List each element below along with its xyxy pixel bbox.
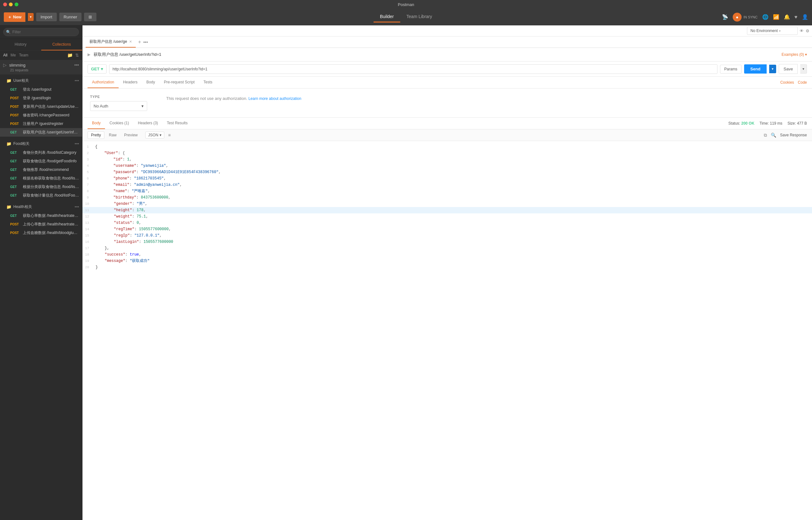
env-eye-icon[interactable]: 👁 xyxy=(800,29,804,33)
sort-icon[interactable]: ⇅ xyxy=(75,53,79,58)
folder-icon: 📁 xyxy=(6,141,11,146)
team-library-tab[interactable]: Team Library xyxy=(400,11,438,23)
collection-name[interactable]: slimming xyxy=(9,63,25,68)
req-food-measure[interactable]: GET 获取食物计量信息 /food/listFoodMeasurementBy… xyxy=(0,191,82,200)
heart-icon[interactable]: ♥ xyxy=(794,14,798,20)
req-login[interactable]: POST 登录 /guest/login xyxy=(0,94,82,102)
method-select[interactable]: GET ▾ xyxy=(87,64,107,74)
json-line-6: 6 "phone": "18621703545", xyxy=(82,175,812,182)
subtab-me[interactable]: Me xyxy=(10,53,16,57)
req-register[interactable]: POST 注册用户 /guest/register xyxy=(0,120,82,128)
sidebar-subtabs: All Me Team 📁 ⇅ xyxy=(0,51,82,60)
close-tab-icon[interactable]: ✕ xyxy=(129,40,132,44)
antenna-icon[interactable]: 📡 xyxy=(722,14,728,20)
collection-link-button[interactable]: ⊞ xyxy=(84,13,96,21)
json-line-8: 8 "name": "严唯嘉", xyxy=(82,188,812,194)
save-response-button[interactable]: Save Response xyxy=(780,133,807,137)
sidebar: 🔍 History Collections All Me Team 📁 ⇅ ▷ … xyxy=(0,25,82,520)
req-get-user-info[interactable]: GET 获取用户信息 /user/getUserInfo?id=1 xyxy=(0,128,82,137)
code-link[interactable]: Code xyxy=(798,80,807,85)
subtab-all[interactable]: All xyxy=(3,53,7,57)
tab-body[interactable]: Body xyxy=(142,77,159,88)
copy-icon[interactable]: ⧉ xyxy=(764,133,767,138)
tab-pre-request-script[interactable]: Pre-request Script xyxy=(159,77,199,88)
params-button[interactable]: Params xyxy=(720,65,741,74)
minimize-button[interactable] xyxy=(9,3,13,6)
import-button[interactable]: Import xyxy=(36,13,57,21)
req-logout[interactable]: GET 登出 /user/logout xyxy=(0,85,82,94)
json-line-15: 15 "regIp": "127.0.0.1", xyxy=(82,232,812,239)
req-change-pw[interactable]: POST 修改密码 /changePassword xyxy=(0,111,82,120)
req-heartrate-dl[interactable]: GET 获取心率数据 /health/heartrate/download xyxy=(0,211,82,220)
group-health-label: Health相关 xyxy=(13,204,32,210)
runner-button[interactable]: Runner xyxy=(59,13,82,21)
new-dropdown-button[interactable]: ▾ xyxy=(28,13,34,21)
nav-icons: 📡 ● IN SYNC 🌐 📶 🔔 ♥ 👤 xyxy=(722,13,808,22)
auth-type-select[interactable]: No Auth ▾ xyxy=(90,101,147,111)
request-title: 获取用户信息 /user/getUserInfo?id=1 xyxy=(94,52,778,57)
more-tabs-icon[interactable]: ••• xyxy=(143,40,148,45)
view-tab-preview[interactable]: Preview xyxy=(121,132,141,138)
subtab-team[interactable]: Team xyxy=(19,53,28,57)
resp-tab-test-results[interactable]: Test Results xyxy=(162,118,192,129)
send-button[interactable]: Send xyxy=(744,64,767,74)
group-more-icon[interactable]: ••• xyxy=(75,205,79,209)
view-tab-raw[interactable]: Raw xyxy=(106,132,120,138)
req-update-user[interactable]: POST 更新用户信息 /user/updateUserInfo xyxy=(0,102,82,111)
tab-tests[interactable]: Tests xyxy=(199,77,217,88)
close-button[interactable] xyxy=(3,3,7,6)
req-heartrate-ul[interactable]: POST 上传心率数据 /health/heartrate/upload xyxy=(0,220,82,229)
resp-tab-cookies[interactable]: Cookies (1) xyxy=(105,118,133,129)
req-bloodglucose-ul[interactable]: POST 上传血糖数据 /health/bloodglucose/upload xyxy=(0,229,82,237)
req-food-recommend[interactable]: GET 食物推荐 /food/recommend xyxy=(0,165,82,174)
req-food-by-cat[interactable]: GET 根据分类获取食物信息 /food/listFoodByCategory?… xyxy=(0,183,82,191)
group-user-header[interactable]: 📁 User相关 ••• xyxy=(0,76,82,85)
send-dropdown-button[interactable]: ▾ xyxy=(769,65,776,73)
json-line-9: 9 "birthday": 843753600000, xyxy=(82,194,812,201)
method-post-badge: POST xyxy=(10,96,20,100)
env-select[interactable]: No Environment ▾ xyxy=(747,27,798,35)
maximize-button[interactable] xyxy=(15,3,18,6)
examples-button[interactable]: Examples (0) ▾ xyxy=(782,52,807,57)
collections-tab[interactable]: Collections xyxy=(41,39,82,50)
method-label: GET xyxy=(91,67,100,71)
new-button[interactable]: ＋ New xyxy=(4,12,25,22)
url-input[interactable] xyxy=(109,64,717,74)
view-tab-pretty[interactable]: Pretty xyxy=(87,131,104,139)
tab-headers[interactable]: Headers xyxy=(119,77,142,88)
group-food-header[interactable]: 📁 Food相关 ••• xyxy=(0,139,82,148)
folder-add-icon[interactable]: 📁 xyxy=(67,53,73,58)
cookies-link[interactable]: Cookies xyxy=(780,80,794,85)
env-gear-icon[interactable]: ⚙ xyxy=(806,29,809,33)
group-more-icon[interactable]: ••• xyxy=(75,78,79,83)
user-avatar[interactable]: 👤 xyxy=(802,14,808,20)
request-section-tabs: Authorization Headers Body Pre-request S… xyxy=(82,77,812,88)
req-food-category[interactable]: GET 食物分类列表 /food/listCategory xyxy=(0,148,82,157)
json-line-3: 3 "id": 1, xyxy=(82,156,812,163)
tab-authorization[interactable]: Authorization xyxy=(87,77,119,88)
resp-tab-headers[interactable]: Headers (3) xyxy=(133,118,162,129)
builder-tab[interactable]: Builder xyxy=(374,11,400,23)
filter-input[interactable] xyxy=(3,28,79,36)
group-health-header[interactable]: 📁 Health相关 ••• xyxy=(0,202,82,211)
req-food-info[interactable]: GET 获取食物信息 /food/getFoodInfo xyxy=(0,157,82,165)
wrap-icon[interactable]: ≡ xyxy=(168,133,171,138)
satellite-icon[interactable]: 📶 xyxy=(773,14,779,20)
search-response-icon[interactable]: 🔍 xyxy=(771,133,776,138)
method-get-badge: GET xyxy=(10,151,20,154)
save-dropdown-button[interactable]: ▾ xyxy=(800,64,807,74)
method-get-badge: GET xyxy=(10,88,20,91)
globe-icon[interactable]: 🌐 xyxy=(762,14,768,20)
group-more-icon[interactable]: ••• xyxy=(75,141,79,146)
auth-learn-more-link[interactable]: Learn more about authorization xyxy=(248,96,301,101)
save-button[interactable]: Save xyxy=(779,64,798,74)
add-tab-button[interactable]: ＋ xyxy=(137,39,142,45)
req-food-by-name[interactable]: GET 根据名称获取食物信息 /food/listFoodByName?name… xyxy=(0,174,82,183)
active-request-tab[interactable]: 获取用户信息 /user/ge ✕ xyxy=(86,36,136,48)
resp-tab-body[interactable]: Body xyxy=(87,118,105,129)
bell-icon[interactable]: 🔔 xyxy=(784,14,790,20)
req-tab-label: 获取用户信息 /user/ge xyxy=(90,39,127,44)
collection-more-icon[interactable]: ••• xyxy=(74,62,79,68)
history-tab[interactable]: History xyxy=(0,39,41,50)
format-select[interactable]: JSON ▾ xyxy=(145,132,164,138)
